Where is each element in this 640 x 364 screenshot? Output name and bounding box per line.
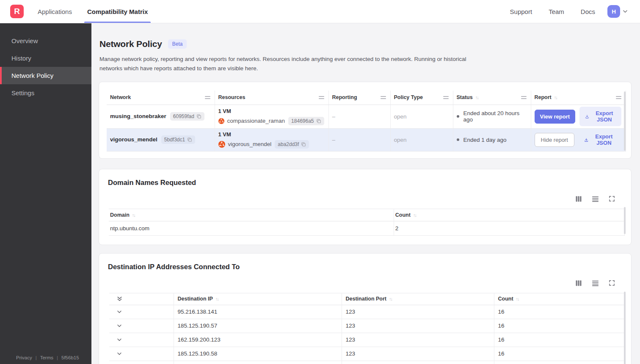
destination-row[interactable]: 185.125.190.58 123 16 bbox=[109, 347, 625, 361]
download-icon bbox=[585, 113, 589, 120]
sort-icon[interactable]: ↑↓ bbox=[413, 212, 416, 218]
sort-icon[interactable]: ↑↓ bbox=[215, 296, 218, 301]
destination-row[interactable]: 185.125.190.57 123 16 bbox=[109, 319, 625, 333]
resource-id-badge[interactable]: aba2dd3f bbox=[275, 140, 309, 149]
fullscreen-icon[interactable] bbox=[608, 279, 615, 287]
network-cell: vigorous_mendel5bdf3dc1 bbox=[107, 128, 215, 151]
sort-icon[interactable]: ↑↓ bbox=[475, 95, 478, 100]
sidebar-item-history[interactable]: History bbox=[0, 50, 91, 67]
chevron-down-icon[interactable] bbox=[622, 8, 629, 15]
link-docs[interactable]: Docs bbox=[581, 8, 595, 15]
export-json-button[interactable]: Export JSON bbox=[579, 107, 621, 126]
expand-all-icon[interactable] bbox=[113, 296, 123, 302]
column-handle-icon[interactable] bbox=[616, 96, 621, 99]
network-row[interactable]: vigorous_mendel5bdf3dc1 1 VM vigorous_me… bbox=[107, 128, 626, 151]
expand-row-icon[interactable] bbox=[113, 323, 122, 329]
page-title: Network Policy bbox=[99, 39, 162, 49]
beta-badge: Beta bbox=[168, 39, 187, 49]
columns-icon[interactable] bbox=[575, 279, 582, 287]
sidebar-item-overview[interactable]: Overview bbox=[0, 32, 91, 50]
destinations-card-title: Destination IP Addresses Connected To bbox=[99, 262, 631, 271]
resource-id-badge[interactable]: 184696a5 bbox=[288, 117, 324, 125]
sidebar-item-network-policy[interactable]: Network Policy bbox=[0, 67, 91, 84]
col-header-count[interactable]: Count↑↓ bbox=[494, 293, 625, 305]
column-handle-icon[interactable] bbox=[521, 96, 527, 99]
hide-report-button[interactable]: Hide report bbox=[535, 133, 574, 147]
col-header-reporting[interactable]: Reporting bbox=[328, 91, 390, 105]
columns-icon[interactable] bbox=[575, 195, 582, 203]
view-report-button[interactable]: View report bbox=[535, 110, 576, 124]
col-header-resources[interactable]: Resources bbox=[215, 91, 328, 105]
table-scrollbar[interactable] bbox=[624, 207, 626, 234]
network-id-badge[interactable]: 60959fad bbox=[170, 112, 204, 121]
resource-name[interactable]: vigorous_mendel bbox=[228, 141, 272, 147]
col-header-status[interactable]: Status↑↓ bbox=[453, 91, 531, 105]
ubuntu-icon bbox=[218, 141, 225, 148]
footer-divider: | bbox=[36, 355, 37, 360]
sort-icon[interactable]: ↑↓ bbox=[516, 296, 519, 301]
sort-icon[interactable]: ↑↓ bbox=[389, 296, 392, 301]
table-scrollbar[interactable] bbox=[624, 91, 626, 151]
row-density-icon[interactable] bbox=[591, 279, 599, 287]
col-header-report-label: Report bbox=[535, 94, 552, 100]
sidebar-item-settings[interactable]: Settings bbox=[0, 84, 91, 102]
col-header-policy-type[interactable]: Policy Type bbox=[390, 91, 453, 105]
link-support[interactable]: Support bbox=[510, 8, 532, 15]
sort-icon[interactable]: ↑↓ bbox=[554, 95, 557, 100]
col-header-count-label: Count bbox=[498, 296, 513, 302]
table-scrollbar[interactable] bbox=[624, 292, 626, 364]
expand-row-icon[interactable] bbox=[113, 351, 122, 357]
domain-row[interactable]: ntp.ubuntu.com 2 bbox=[109, 221, 625, 235]
col-header-destination-ip[interactable]: Destination IP↑↓ bbox=[174, 293, 342, 305]
domains-header-row: Domain↑↓ Count↑↓ bbox=[109, 209, 625, 221]
destination-ip-cell: 95.216.138.141 bbox=[174, 305, 342, 319]
network-id-badge[interactable]: 5bdf3dc1 bbox=[161, 135, 195, 144]
count-cell: 2 bbox=[394, 221, 624, 235]
avatar[interactable]: H bbox=[607, 5, 620, 18]
column-handle-icon[interactable] bbox=[443, 96, 449, 99]
tab-applications-label: Applications bbox=[38, 8, 72, 15]
col-header-domain[interactable]: Domain↑↓ bbox=[109, 209, 394, 221]
network-row[interactable]: musing_stonebraker60959fad 1 VM compassi… bbox=[107, 105, 626, 128]
destination-row[interactable]: 95.216.138.141 123 16 bbox=[109, 305, 625, 319]
tab-applications[interactable]: Applications bbox=[37, 0, 72, 23]
report-cell: Hide report Export JSON bbox=[531, 128, 626, 151]
col-header-destination-port[interactable]: Destination Port↑↓ bbox=[342, 293, 494, 305]
col-header-network[interactable]: Network bbox=[107, 91, 215, 105]
col-header-report[interactable]: Report↑↓ bbox=[531, 91, 626, 105]
sort-icon[interactable]: ↑↓ bbox=[132, 212, 135, 218]
build-version: 5f56b15 bbox=[61, 355, 79, 360]
resource-id: aba2dd3f bbox=[278, 141, 299, 147]
column-handle-icon[interactable] bbox=[319, 96, 324, 99]
column-handle-icon[interactable] bbox=[205, 96, 210, 99]
brand-logo[interactable]: R bbox=[10, 5, 24, 18]
column-handle-icon[interactable] bbox=[381, 96, 386, 99]
destination-row[interactable]: 162.159.200.123 123 16 bbox=[109, 333, 625, 347]
privacy-link[interactable]: Privacy bbox=[16, 355, 32, 360]
networks-header-row: Network Resources Reporting Policy Type … bbox=[107, 91, 626, 105]
col-header-destination-port-label: Destination Port bbox=[346, 296, 387, 302]
resources-cell: 1 VM compassionate_raman 184696a5 bbox=[215, 105, 328, 128]
col-header-count[interactable]: Count↑↓ bbox=[394, 209, 624, 221]
domains-card: Domain Names Requested Domain↑↓ Count↑↓ bbox=[99, 169, 632, 245]
copy-icon bbox=[187, 137, 192, 142]
destinations-header-row: Destination IP↑↓ Destination Port↑↓ Coun… bbox=[109, 293, 625, 305]
topbar-right: Support Team Docs H bbox=[494, 0, 640, 23]
status-cell: Ended 1 day ago bbox=[453, 128, 531, 151]
resource-name[interactable]: compassionate_raman bbox=[227, 118, 285, 124]
tab-compatibility-matrix[interactable]: Compatibility Matrix bbox=[87, 0, 148, 23]
expand-row-icon[interactable] bbox=[113, 337, 122, 343]
export-json-button[interactable]: Export JSON bbox=[579, 130, 621, 149]
status-cell: Ended about 20 hours ago bbox=[453, 105, 531, 128]
fullscreen-icon[interactable] bbox=[608, 195, 615, 203]
terms-link[interactable]: Terms bbox=[40, 355, 53, 360]
expand-row-icon[interactable] bbox=[113, 309, 122, 315]
brand-logo-letter: R bbox=[14, 7, 20, 16]
row-density-icon[interactable] bbox=[591, 195, 599, 203]
main-nav: Applications Compatibility Matrix bbox=[37, 0, 163, 23]
expander-cell bbox=[109, 361, 174, 364]
reporting-cell: – bbox=[328, 105, 390, 128]
link-team[interactable]: Team bbox=[549, 8, 564, 15]
destination-row[interactable]: 95.216.100.21 123 16 bbox=[109, 361, 625, 364]
policy-type-cell: open bbox=[390, 105, 453, 128]
